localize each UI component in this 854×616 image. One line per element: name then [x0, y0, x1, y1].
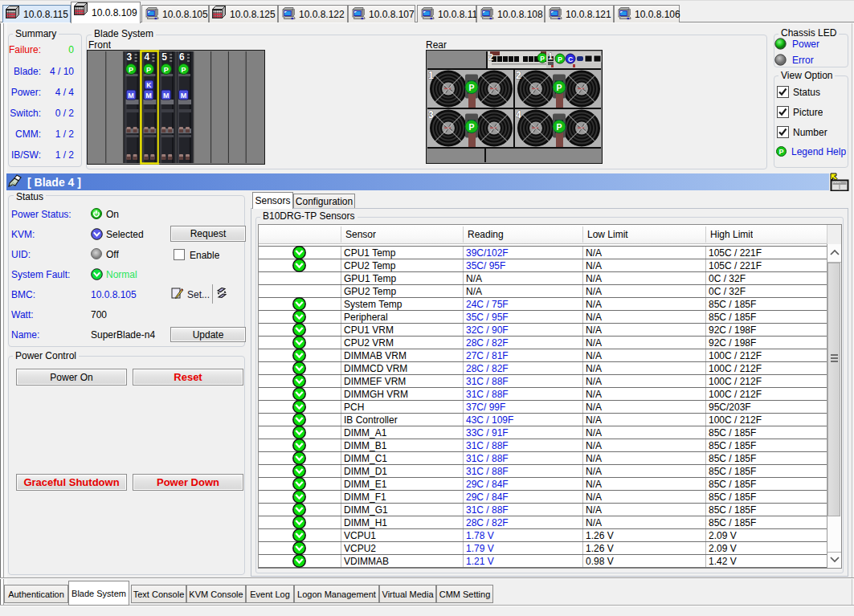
- svg-text:P: P: [540, 55, 545, 63]
- svg-text:C: C: [568, 55, 573, 63]
- svg-text:M: M: [128, 92, 134, 100]
- svg-text:2: 2: [516, 70, 521, 81]
- svg-text:P: P: [146, 66, 151, 74]
- svg-text:M: M: [181, 92, 187, 100]
- svg-text:M: M: [163, 92, 170, 100]
- svg-text:1: 1: [428, 70, 434, 81]
- svg-text:4: 4: [144, 51, 149, 63]
- svg-text:K: K: [146, 81, 152, 89]
- svg-text:M: M: [145, 92, 152, 100]
- svg-text:P: P: [129, 66, 133, 74]
- svg-text:3: 3: [428, 109, 434, 120]
- svg-text:P: P: [556, 83, 562, 92]
- svg-text:P: P: [558, 55, 562, 63]
- svg-text:P: P: [181, 66, 186, 74]
- svg-text:5: 5: [161, 51, 167, 63]
- svg-text:P: P: [164, 66, 169, 74]
- svg-text:3: 3: [127, 51, 133, 63]
- svg-text:P: P: [468, 122, 474, 132]
- svg-text:P: P: [556, 122, 562, 132]
- svg-text:2: 2: [488, 52, 493, 62]
- svg-text:1: 1: [548, 51, 553, 61]
- svg-text:P: P: [778, 148, 783, 156]
- svg-text:6: 6: [179, 51, 185, 63]
- svg-text:P: P: [468, 83, 474, 92]
- svg-text:4: 4: [516, 109, 521, 120]
